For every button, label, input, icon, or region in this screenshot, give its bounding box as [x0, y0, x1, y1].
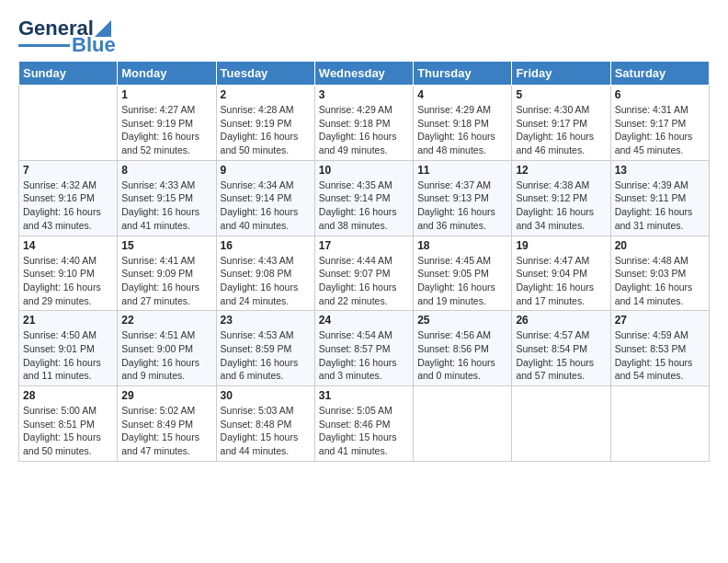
calendar-cell: 12Sunrise: 4:38 AM Sunset: 9:12 PM Dayli…	[512, 160, 610, 236]
calendar-cell: 24Sunrise: 4:54 AM Sunset: 8:57 PM Dayli…	[314, 311, 413, 386]
calendar-cell: 19Sunrise: 4:47 AM Sunset: 9:04 PM Dayli…	[512, 236, 610, 311]
calendar-week-row: 1Sunrise: 4:27 AM Sunset: 9:19 PM Daylig…	[19, 86, 710, 161]
calendar-cell: 3Sunrise: 4:29 AM Sunset: 9:18 PM Daylig…	[314, 86, 413, 161]
calendar-cell: 2Sunrise: 4:28 AM Sunset: 9:19 PM Daylig…	[216, 86, 314, 161]
calendar-cell: 31Sunrise: 5:05 AM Sunset: 8:46 PM Dayli…	[314, 386, 413, 462]
calendar-cell: 11Sunrise: 4:37 AM Sunset: 9:13 PM Dayli…	[414, 160, 512, 236]
calendar-cell: 14Sunrise: 4:40 AM Sunset: 9:10 PM Dayli…	[19, 236, 118, 311]
calendar-cell: 5Sunrise: 4:30 AM Sunset: 9:17 PM Daylig…	[512, 86, 610, 161]
day-number: 22	[121, 314, 211, 327]
day-number: 3	[319, 88, 409, 101]
header: General Blue	[18, 9, 710, 55]
day-info: Sunrise: 5:03 AM Sunset: 8:48 PM Dayligh…	[221, 404, 311, 458]
day-number: 8	[121, 164, 211, 177]
day-info: Sunrise: 4:45 AM Sunset: 9:05 PM Dayligh…	[417, 254, 507, 308]
day-info: Sunrise: 4:27 AM Sunset: 9:19 PM Dayligh…	[121, 103, 211, 157]
day-info: Sunrise: 4:57 AM Sunset: 8:54 PM Dayligh…	[516, 328, 606, 383]
day-number: 10	[319, 164, 409, 177]
day-info: Sunrise: 4:35 AM Sunset: 9:14 PM Dayligh…	[319, 178, 409, 233]
day-info: Sunrise: 4:59 AM Sunset: 8:53 PM Dayligh…	[615, 328, 705, 383]
calendar-header-row: SundayMondayTuesdayWednesdayThursdayFrid…	[19, 62, 710, 86]
calendar-week-row: 21Sunrise: 4:50 AM Sunset: 9:01 PM Dayli…	[19, 311, 710, 386]
calendar-header-tuesday: Tuesday	[216, 62, 314, 86]
calendar-week-row: 14Sunrise: 4:40 AM Sunset: 9:10 PM Dayli…	[19, 236, 710, 311]
day-info: Sunrise: 4:38 AM Sunset: 9:12 PM Dayligh…	[516, 178, 606, 233]
day-number: 15	[121, 239, 211, 252]
day-info: Sunrise: 4:54 AM Sunset: 8:57 PM Dayligh…	[319, 328, 409, 383]
calendar-cell: 20Sunrise: 4:48 AM Sunset: 9:03 PM Dayli…	[610, 236, 709, 311]
day-number: 24	[319, 314, 409, 327]
calendar-header-friday: Friday	[512, 62, 610, 86]
day-number: 4	[417, 88, 507, 101]
day-number: 19	[516, 239, 606, 252]
calendar-cell: 7Sunrise: 4:32 AM Sunset: 9:16 PM Daylig…	[19, 160, 118, 236]
calendar-cell: 13Sunrise: 4:39 AM Sunset: 9:11 PM Dayli…	[610, 160, 709, 236]
day-number: 11	[417, 164, 507, 177]
calendar-cell: 4Sunrise: 4:29 AM Sunset: 9:18 PM Daylig…	[414, 86, 512, 161]
day-number: 31	[319, 389, 409, 402]
day-number: 6	[615, 88, 705, 101]
calendar-cell: 16Sunrise: 4:43 AM Sunset: 9:08 PM Dayli…	[216, 236, 314, 311]
calendar-header-sunday: Sunday	[19, 62, 118, 86]
day-info: Sunrise: 5:02 AM Sunset: 8:49 PM Dayligh…	[121, 404, 211, 458]
day-info: Sunrise: 4:43 AM Sunset: 9:08 PM Dayligh…	[221, 254, 311, 308]
calendar-week-row: 28Sunrise: 5:00 AM Sunset: 8:51 PM Dayli…	[19, 386, 710, 462]
calendar-cell	[512, 386, 610, 462]
day-number: 28	[23, 389, 113, 402]
day-number: 26	[516, 314, 606, 327]
day-info: Sunrise: 4:32 AM Sunset: 9:16 PM Dayligh…	[23, 178, 113, 233]
calendar-cell: 15Sunrise: 4:41 AM Sunset: 9:09 PM Dayli…	[118, 236, 216, 311]
calendar-cell: 18Sunrise: 4:45 AM Sunset: 9:05 PM Dayli…	[414, 236, 512, 311]
day-info: Sunrise: 4:29 AM Sunset: 9:18 PM Dayligh…	[319, 103, 409, 157]
day-info: Sunrise: 4:37 AM Sunset: 9:13 PM Dayligh…	[417, 178, 507, 233]
calendar-cell	[19, 86, 118, 161]
day-number: 30	[221, 389, 311, 402]
day-info: Sunrise: 4:28 AM Sunset: 9:19 PM Dayligh…	[221, 103, 311, 157]
day-info: Sunrise: 4:39 AM Sunset: 9:11 PM Dayligh…	[615, 178, 705, 233]
calendar-cell: 29Sunrise: 5:02 AM Sunset: 8:49 PM Dayli…	[118, 386, 216, 462]
day-info: Sunrise: 5:05 AM Sunset: 8:46 PM Dayligh…	[319, 404, 409, 458]
calendar-cell: 6Sunrise: 4:31 AM Sunset: 9:17 PM Daylig…	[610, 86, 709, 161]
logo-bar	[18, 44, 70, 47]
day-info: Sunrise: 4:53 AM Sunset: 8:59 PM Dayligh…	[221, 328, 311, 383]
day-info: Sunrise: 4:34 AM Sunset: 9:14 PM Dayligh…	[221, 178, 311, 233]
day-info: Sunrise: 4:51 AM Sunset: 9:00 PM Dayligh…	[121, 328, 211, 383]
calendar-header-saturday: Saturday	[610, 62, 709, 86]
calendar-cell: 8Sunrise: 4:33 AM Sunset: 9:15 PM Daylig…	[118, 160, 216, 236]
calendar-header-thursday: Thursday	[414, 62, 512, 86]
day-number: 17	[319, 239, 409, 252]
day-number: 18	[417, 239, 507, 252]
calendar: SundayMondayTuesdayWednesdayThursdayFrid…	[18, 61, 710, 462]
calendar-cell	[610, 386, 709, 462]
day-info: Sunrise: 4:30 AM Sunset: 9:17 PM Dayligh…	[516, 103, 606, 157]
day-number: 25	[417, 314, 507, 327]
calendar-week-row: 7Sunrise: 4:32 AM Sunset: 9:16 PM Daylig…	[19, 160, 710, 236]
logo: General Blue	[18, 17, 116, 55]
calendar-cell: 9Sunrise: 4:34 AM Sunset: 9:14 PM Daylig…	[216, 160, 314, 236]
day-number: 12	[516, 164, 606, 177]
logo-blue-text: Blue	[72, 35, 116, 55]
day-number: 23	[221, 314, 311, 327]
calendar-cell	[414, 386, 512, 462]
day-info: Sunrise: 4:31 AM Sunset: 9:17 PM Dayligh…	[615, 103, 705, 157]
day-number: 20	[615, 239, 705, 252]
calendar-cell: 23Sunrise: 4:53 AM Sunset: 8:59 PM Dayli…	[216, 311, 314, 386]
calendar-header-wednesday: Wednesday	[314, 62, 413, 86]
calendar-header-monday: Monday	[118, 62, 216, 86]
day-number: 1	[121, 88, 211, 101]
calendar-cell: 26Sunrise: 4:57 AM Sunset: 8:54 PM Dayli…	[512, 311, 610, 386]
day-info: Sunrise: 5:00 AM Sunset: 8:51 PM Dayligh…	[23, 404, 113, 458]
calendar-cell: 10Sunrise: 4:35 AM Sunset: 9:14 PM Dayli…	[314, 160, 413, 236]
calendar-cell: 1Sunrise: 4:27 AM Sunset: 9:19 PM Daylig…	[118, 86, 216, 161]
day-number: 29	[121, 389, 211, 402]
calendar-cell: 27Sunrise: 4:59 AM Sunset: 8:53 PM Dayli…	[610, 311, 709, 386]
day-info: Sunrise: 4:44 AM Sunset: 9:07 PM Dayligh…	[319, 254, 409, 308]
day-number: 16	[221, 239, 311, 252]
day-number: 9	[221, 164, 311, 177]
calendar-cell: 17Sunrise: 4:44 AM Sunset: 9:07 PM Dayli…	[314, 236, 413, 311]
day-info: Sunrise: 4:41 AM Sunset: 9:09 PM Dayligh…	[121, 254, 211, 308]
day-info: Sunrise: 4:48 AM Sunset: 9:03 PM Dayligh…	[615, 254, 705, 308]
day-number: 5	[516, 88, 606, 101]
calendar-cell: 25Sunrise: 4:56 AM Sunset: 8:56 PM Dayli…	[414, 311, 512, 386]
day-info: Sunrise: 4:56 AM Sunset: 8:56 PM Dayligh…	[417, 328, 507, 383]
